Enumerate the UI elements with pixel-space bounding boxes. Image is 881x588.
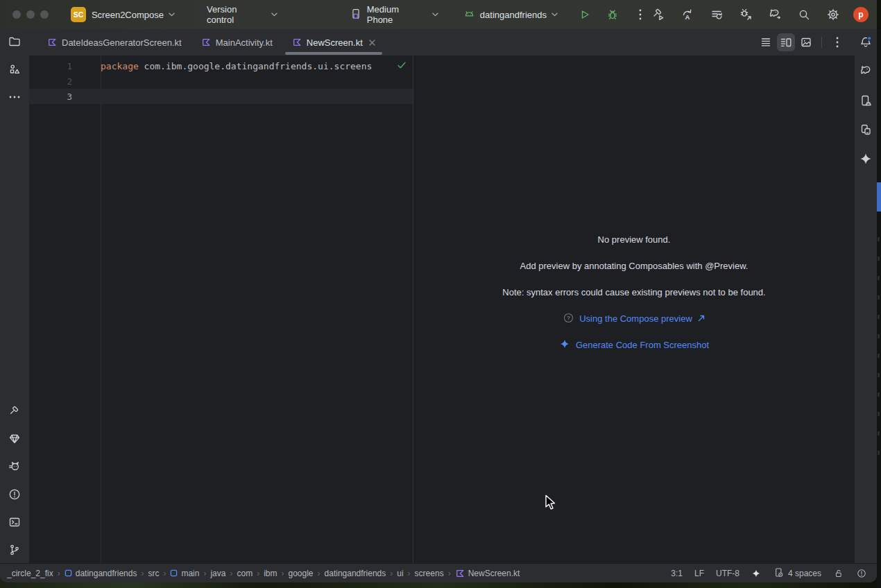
caret-position[interactable]: 3:1: [671, 569, 683, 578]
breadcrumb-item[interactable]: ui: [397, 569, 403, 578]
kotlin-file-icon: [455, 569, 465, 578]
code-editor[interactable]: 1 package com.ibm.google.datingandfriend…: [29, 55, 413, 563]
breadcrumb-item[interactable]: ibm: [264, 569, 277, 578]
resource-manager-icon[interactable]: [5, 60, 24, 79]
breadcrumb-label: NewScreen.kt: [468, 569, 520, 578]
title-bar: SC Screen2Compose Version control Medium…: [0, 0, 877, 29]
window-controls: [12, 10, 49, 19]
breadcrumb-label: com: [237, 569, 253, 578]
breadcrumb-label: datingandfriends: [325, 569, 386, 578]
breadcrumb-item[interactable]: google: [288, 569, 313, 578]
device-manager-icon[interactable]: [856, 91, 875, 110]
breadcrumb-separator: ›: [141, 569, 144, 578]
breadcrumb: _circle_2_fix›datingandfriends›src›main›…: [7, 569, 662, 578]
editor-tab[interactable]: NewScreen.kt: [282, 29, 385, 55]
apply-changes-icon[interactable]: A: [678, 6, 696, 24]
desktop-edge-sliver: [877, 29, 881, 588]
project-menu[interactable]: Screen2Compose: [92, 10, 175, 20]
app-quality-insights-icon[interactable]: [5, 429, 24, 449]
terminal-icon[interactable]: [5, 512, 24, 532]
run-button[interactable]: [576, 6, 594, 24]
breadcrumb-item[interactable]: datingandfriends: [325, 569, 386, 578]
tab-label: DateIdeasGeneratorScreen.kt: [62, 37, 182, 48]
chevron-down-icon: [432, 12, 438, 17]
breadcrumb-item[interactable]: _circle_2_fix: [7, 569, 53, 578]
build-hammer-icon[interactable]: [5, 401, 24, 421]
build-run-icon[interactable]: [649, 6, 667, 24]
svg-text:?: ?: [567, 315, 570, 321]
inspections-icon[interactable]: [856, 568, 867, 579]
more-tool-windows-icon[interactable]: [5, 87, 24, 107]
breadcrumb-item[interactable]: NewScreen.kt: [455, 569, 520, 578]
breadcrumb-item[interactable]: com: [237, 569, 253, 578]
breadcrumb-separator: ›: [257, 569, 259, 578]
settings-gear-icon[interactable]: [824, 6, 842, 24]
mouse-cursor: [545, 494, 558, 512]
inspection-ok-check-icon[interactable]: [396, 60, 407, 73]
breadcrumb-item[interactable]: src: [148, 569, 159, 578]
line-separator[interactable]: LF: [694, 569, 704, 578]
code-view-icon[interactable]: [757, 33, 775, 51]
logcat-icon[interactable]: [5, 457, 24, 476]
attach-debugger-icon[interactable]: [737, 6, 755, 24]
breadcrumb-label: ui: [397, 569, 403, 578]
indent-settings-icon: [773, 567, 785, 580]
zoom-window-button[interactable]: [40, 10, 49, 19]
notifications-bell-icon[interactable]: [856, 33, 875, 52]
project-icon: SC: [71, 7, 86, 22]
file-encoding[interactable]: UTF-8: [716, 569, 739, 578]
line-number: 2: [29, 76, 101, 87]
preview-message: Note: syntax errors could cause existing…: [502, 287, 765, 298]
breadcrumb-item[interactable]: main: [170, 569, 199, 578]
module-icon: [65, 569, 72, 577]
more-run-options-kebab-icon[interactable]: [631, 6, 649, 24]
breadcrumb-label: screens: [415, 569, 444, 578]
indent-label: 4 spaces: [788, 569, 821, 578]
editor-options-kebab-icon[interactable]: [828, 33, 846, 51]
gradle-icon[interactable]: [856, 62, 875, 81]
gradle-sync-icon[interactable]: [766, 6, 784, 24]
editor-tab[interactable]: MainActivity.kt: [191, 29, 282, 55]
version-control-menu[interactable]: Version control: [207, 4, 277, 25]
keyword-token: package: [101, 61, 139, 71]
problems-icon[interactable]: [5, 485, 24, 504]
split-view-icon[interactable]: [777, 33, 795, 51]
minimize-window-button[interactable]: [26, 10, 35, 19]
compose-preview-help-link[interactable]: ? Using the Compose preview: [563, 313, 705, 325]
unlocked-icon[interactable]: [833, 568, 844, 579]
version-control-branch-icon[interactable]: [5, 540, 24, 560]
user-avatar[interactable]: p: [853, 7, 869, 22]
line-number: 3: [29, 92, 101, 102]
device-selector-label: Medium Phone: [367, 4, 427, 25]
breadcrumb-separator: ›: [230, 569, 232, 578]
help-circle-icon: ?: [563, 313, 574, 326]
apply-code-changes-icon[interactable]: [708, 6, 726, 24]
breadcrumb-item[interactable]: screens: [415, 569, 444, 578]
code-token: com.ibm.google.datingandfriends.ui.scree…: [139, 61, 373, 71]
search-everywhere-icon[interactable]: [795, 6, 813, 24]
breadcrumb-item[interactable]: java: [210, 569, 225, 578]
divider: [821, 37, 822, 48]
chevron-down-icon: [551, 12, 558, 17]
tab-close-icon[interactable]: [369, 40, 375, 46]
editor-tab[interactable]: DateIdeasGeneratorScreen.kt: [37, 29, 191, 55]
indent-settings[interactable]: 4 spaces: [773, 567, 821, 580]
device-selector[interactable]: Medium Phone: [350, 4, 438, 25]
close-window-button[interactable]: [12, 10, 21, 19]
breadcrumb-item[interactable]: datingandfriends: [65, 569, 137, 578]
project-folder-icon[interactable]: [5, 32, 24, 51]
device-phone-icon: [350, 8, 362, 22]
run-configuration-selector[interactable]: datingandfriends: [463, 8, 558, 21]
generate-code-from-screenshot-link[interactable]: Generate Code From Screenshot: [559, 340, 709, 351]
gemini-assistant-icon[interactable]: [856, 149, 875, 168]
link-label: Generate Code From Screenshot: [576, 340, 709, 351]
android-head-icon: [463, 8, 475, 21]
running-devices-icon[interactable]: [856, 120, 875, 139]
breadcrumb-label: google: [288, 569, 313, 578]
design-view-icon[interactable]: [797, 33, 815, 51]
breadcrumb-separator: ›: [58, 569, 60, 578]
breadcrumb-separator: ›: [281, 569, 284, 578]
ai-star-icon[interactable]: [751, 569, 761, 578]
debug-button[interactable]: [604, 6, 622, 24]
chevron-down-icon: [271, 12, 277, 17]
